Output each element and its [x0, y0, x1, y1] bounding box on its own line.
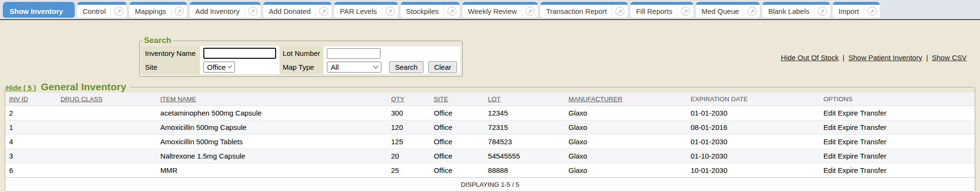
- lot-number-label: Lot Number: [279, 46, 324, 60]
- edit-link[interactable]: Edit: [824, 109, 836, 117]
- tab-control[interactable]: Control ↗: [77, 2, 127, 18]
- edit-link[interactable]: Edit: [824, 152, 836, 160]
- cell-item-name: Naltrexone 1.5mg Capsule: [156, 149, 387, 163]
- cell-inv-id: 4: [5, 135, 56, 149]
- cell-drug-class: [56, 135, 156, 149]
- tab-add-donated[interactable]: Add Donated ↗: [263, 2, 332, 18]
- cell-qty: 25: [387, 163, 430, 178]
- col-header-drug-class[interactable]: DRUG CLASS: [56, 93, 156, 106]
- tab-label: Show Inventory: [10, 7, 68, 15]
- transfer-link[interactable]: Transfer: [860, 166, 886, 174]
- tab-label: Transaction Report: [546, 7, 612, 15]
- col-header-qty[interactable]: QTY: [387, 93, 430, 106]
- tab-transaction-report[interactable]: Transaction Report ↗: [540, 2, 628, 18]
- tab-stockpiles[interactable]: Stockpiles ↗: [401, 2, 460, 18]
- link-separator: |: [924, 53, 930, 62]
- open-new-window-icon[interactable]: ↗: [111, 5, 127, 18]
- cell-drug-class: [56, 106, 156, 120]
- transfer-link[interactable]: Transfer: [860, 109, 886, 117]
- cell-item-name: MMR: [156, 163, 387, 178]
- chevron-down-icon: [228, 64, 232, 68]
- open-new-window-icon[interactable]: ↗: [612, 5, 628, 18]
- cell-manufacturer: Glaxo: [565, 135, 687, 149]
- open-new-window-icon[interactable]: ↗: [814, 5, 830, 18]
- tab-par-levels[interactable]: PAR Levels ↗: [334, 2, 398, 18]
- hide-out-of-stock-link[interactable]: Hide Out Of Stock: [781, 53, 839, 62]
- tab-import[interactable]: Import ↗: [833, 2, 880, 18]
- tab-show-inventory[interactable]: Show Inventory: [3, 2, 75, 18]
- tab-label: Import: [838, 7, 864, 15]
- tab-label: Stockpiles: [406, 7, 444, 15]
- expire-link[interactable]: Expire: [838, 109, 858, 117]
- open-new-window-icon[interactable]: ↗: [677, 5, 693, 18]
- table-row: 2 acetaminophen 500mg Capsule 300 Office…: [5, 106, 975, 120]
- inventory-name-input[interactable]: [203, 48, 276, 59]
- cell-drug-class: [56, 149, 156, 163]
- tab-add-inventory[interactable]: Add Inventory ↗: [189, 2, 261, 18]
- tab-label: Control: [83, 7, 111, 15]
- site-select-value: Office: [207, 63, 226, 71]
- tab-label: Add Donated: [269, 7, 316, 15]
- tab-label: Med Queue: [702, 7, 744, 15]
- open-new-window-icon[interactable]: ↗: [522, 5, 538, 18]
- site-select[interactable]: Office: [203, 62, 235, 73]
- cell-manufacturer: Glaxo: [565, 149, 687, 163]
- col-header-lot[interactable]: LOT: [484, 93, 565, 106]
- edit-link[interactable]: Edit: [824, 138, 836, 146]
- show-patient-inventory-link[interactable]: Show Patient Inventory: [848, 53, 922, 62]
- search-button[interactable]: Search: [389, 61, 423, 73]
- cell-site: Office: [430, 163, 484, 178]
- tab-blank-labels[interactable]: Blank Labels ↗: [762, 2, 830, 18]
- edit-link[interactable]: Edit: [824, 166, 836, 174]
- hide-count-link[interactable]: Hide ( 5 ): [6, 84, 36, 92]
- transfer-link[interactable]: Transfer: [860, 152, 886, 160]
- quick-links: Hide Out Of Stock | Show Patient Invento…: [781, 53, 967, 62]
- open-new-window-icon[interactable]: ↗: [444, 5, 460, 18]
- show-csv-link[interactable]: Show CSV: [932, 53, 967, 62]
- expire-link[interactable]: Expire: [838, 166, 858, 174]
- clear-button[interactable]: Clear: [428, 61, 457, 73]
- map-type-label: Map Type: [279, 60, 324, 74]
- cell-inv-id: 3: [5, 149, 56, 163]
- open-new-window-icon[interactable]: ↗: [864, 5, 880, 18]
- cell-drug-class: [56, 163, 156, 178]
- cell-manufacturer: Glaxo: [565, 163, 687, 178]
- open-new-window-icon[interactable]: ↗: [171, 5, 187, 18]
- open-new-window-icon[interactable]: ↗: [382, 5, 398, 18]
- cell-site: Office: [430, 149, 484, 163]
- tab-mappings[interactable]: Mappings ↗: [129, 2, 187, 18]
- lot-number-input[interactable]: [327, 48, 380, 59]
- cell-drug-class: [56, 120, 156, 135]
- expire-link[interactable]: Expire: [838, 152, 858, 160]
- cell-qty: 300: [387, 106, 430, 120]
- cell-site: Office: [430, 120, 484, 135]
- map-type-select[interactable]: All: [327, 62, 381, 73]
- edit-link[interactable]: Edit: [824, 123, 836, 131]
- expire-link[interactable]: Expire: [838, 123, 858, 131]
- cell-options: EditExpireTransfer: [820, 120, 975, 135]
- expire-link[interactable]: Expire: [838, 138, 858, 146]
- tab-med-queue[interactable]: Med Queue ↗: [696, 2, 760, 18]
- transfer-link[interactable]: Transfer: [860, 123, 886, 131]
- cell-lot: 54545555: [484, 149, 565, 163]
- col-header-options: OPTIONS: [820, 93, 975, 106]
- cell-expiration-date: 10-01-2030: [687, 163, 820, 178]
- transfer-link[interactable]: Transfer: [860, 138, 886, 146]
- col-header-item-name[interactable]: ITEM NAME: [156, 93, 387, 106]
- page-content: Search Inventory Name Lot Number Site Of…: [0, 20, 980, 192]
- tab-fill-reports[interactable]: Fill Reports ↗: [630, 2, 693, 18]
- col-header-site[interactable]: SITE: [430, 93, 484, 106]
- tab-label: Mappings: [135, 7, 171, 15]
- open-new-window-icon[interactable]: ↗: [245, 5, 261, 18]
- header-row: INV ID DRUG CLASS ITEM NAME QTY SITE LOT…: [5, 93, 975, 106]
- col-header-inv-id[interactable]: INV ID: [5, 93, 56, 106]
- cell-lot: 72315: [484, 120, 565, 135]
- col-header-manufacturer[interactable]: MANUFACTURER: [565, 93, 687, 106]
- map-type-select-value: All: [331, 63, 339, 71]
- table-row: 3 Naltrexone 1.5mg Capsule 20 Office 545…: [5, 149, 975, 163]
- open-new-window-icon[interactable]: ↗: [315, 5, 332, 18]
- open-new-window-icon[interactable]: ↗: [744, 5, 760, 18]
- cell-lot: 88888: [484, 163, 565, 178]
- tab-label: Blank Labels: [768, 7, 814, 15]
- tab-weekly-review[interactable]: Weekly Review ↗: [462, 2, 538, 18]
